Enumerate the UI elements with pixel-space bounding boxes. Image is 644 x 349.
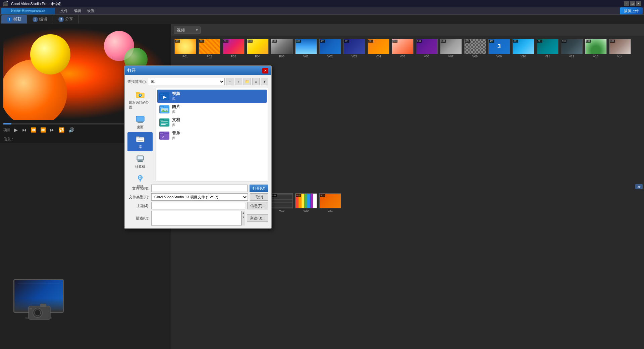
file-icon-image (159, 105, 169, 113)
svg-rect-16 (138, 140, 143, 141)
sidebar-desktop-label: 桌面 (137, 125, 144, 130)
dialog-toolbar: 查找范围(I): 库 ← ↑ 📁 ≡ ▼ (127, 78, 268, 85)
file-item-music[interactable]: ♪ 音乐 库 (157, 129, 267, 142)
file-info-video: 视频 库 (172, 91, 180, 101)
file-type-music: 库 (172, 136, 180, 141)
svg-rect-31 (160, 106, 164, 108)
dialog-fields: 文件名(N): 打开(O) 文件类型(T): Corel VideoStudio… (127, 185, 268, 226)
svg-rect-20 (138, 161, 143, 162)
open-file-dialog: 打开 ✕ 查找范围(I): 库 ← ↑ 📁 ≡ ▼ (124, 65, 272, 229)
sidebar-library[interactable]: 库 (127, 132, 153, 151)
file-name-music: 音乐 (172, 130, 180, 136)
file-item-document[interactable]: 文档 库 (157, 116, 267, 129)
desktop-svg (136, 115, 145, 123)
nav-up-button[interactable]: ↑ (235, 78, 242, 85)
file-icon-video (159, 92, 169, 100)
file-item-image[interactable]: 图片 库 (157, 103, 267, 116)
file-name-video: 视频 (172, 91, 180, 97)
nav-back-button[interactable]: ← (226, 78, 233, 85)
filetype-row: 文件类型(T): Corel VideoStudio 13 项目文件 (*.VS… (127, 193, 268, 201)
svg-rect-38 (161, 123, 168, 123)
image-folder-icon (159, 105, 169, 113)
desc-textarea[interactable] (151, 211, 241, 226)
library-icon (135, 134, 146, 144)
info-button[interactable]: 信息(F)... (247, 202, 268, 209)
file-type-video: 库 (172, 97, 180, 101)
svg-rect-18 (138, 156, 143, 159)
network-svg (136, 175, 145, 182)
network-icon (135, 174, 146, 183)
desktop-icon (135, 114, 146, 124)
filename-input[interactable] (151, 185, 248, 192)
file-name-document: 文档 (172, 117, 180, 123)
dialog-file-area: 视频 库 (156, 88, 268, 182)
dialog-sidebar: 最近访问的位置 桌面 (127, 88, 154, 182)
desc-label: 描述(C): (127, 216, 149, 221)
desc-scroll: ▲ ▼ (241, 211, 245, 226)
view-toggle-button[interactable]: ≡ (252, 78, 260, 85)
svg-rect-15 (138, 139, 143, 139)
scroll-down-arrow[interactable]: ▼ (241, 215, 246, 219)
svg-text:♪: ♪ (162, 134, 164, 139)
sidebar-recent[interactable]: 最近访问的位置 (127, 88, 153, 112)
recent-icon (135, 90, 146, 99)
sidebar-desktop[interactable]: 桌面 (127, 112, 153, 132)
location-dropdown[interactable]: 库 (148, 78, 225, 85)
sidebar-computer-label: 计算机 (135, 164, 145, 169)
cancel-button[interactable]: 取消 (250, 193, 268, 201)
desc-row: 描述(C): ▲ ▼ 浏览(B)... (127, 211, 268, 226)
location-dropdown-wrapper: 库 (148, 78, 225, 85)
svg-rect-28 (160, 93, 164, 95)
svg-rect-36 (160, 119, 164, 121)
file-type-document: 库 (172, 123, 180, 128)
svg-rect-14 (136, 137, 140, 138)
sidebar-recent-label: 最近访问的位置 (129, 100, 151, 110)
filename-row: 文件名(N): 打开(O) (127, 185, 268, 192)
dialog-overlay: 打开 ✕ 查找范围(I): 库 ← ↑ 📁 ≡ ▼ (0, 0, 644, 349)
dialog-close-button[interactable]: ✕ (262, 68, 268, 73)
theme-row: 主题(J): 信息(F)... (127, 202, 268, 209)
recent-folder-svg (136, 91, 145, 98)
svg-rect-12 (138, 122, 143, 123)
dialog-body: 查找范围(I): 库 ← ↑ 📁 ≡ ▼ (125, 75, 271, 228)
library-svg (136, 135, 145, 143)
computer-icon (135, 154, 146, 163)
file-info-image: 图片 库 (172, 104, 180, 114)
svg-rect-6 (136, 92, 140, 94)
computer-svg (136, 155, 145, 162)
file-info-document: 文档 库 (172, 117, 180, 128)
filename-dropdown-wrapper (151, 185, 248, 192)
svg-point-25 (140, 180, 141, 182)
theme-label: 主题(J): (127, 203, 149, 208)
filetype-dropdown-wrapper: Corel VideoStudio 13 项目文件 (*.VSP) (151, 193, 248, 201)
sidebar-library-label: 库 (139, 145, 142, 149)
file-item-video[interactable]: 视频 库 (157, 90, 267, 103)
filetype-select[interactable]: Corel VideoStudio 13 项目文件 (*.VSP) (151, 193, 248, 201)
location-label: 查找范围(I): (127, 79, 147, 84)
theme-input[interactable] (151, 202, 245, 209)
video-folder-icon (159, 92, 169, 100)
dialog-content: 最近访问的位置 桌面 (127, 88, 268, 182)
document-folder-icon (159, 118, 169, 127)
view-dropdown-button[interactable]: ▼ (261, 78, 268, 85)
dialog-title: 打开 (127, 68, 262, 73)
file-name-image: 图片 (172, 104, 180, 110)
scroll-up-arrow[interactable]: ▲ (241, 211, 246, 215)
music-folder-icon: ♪ (159, 132, 169, 140)
sidebar-computer[interactable]: 计算机 (127, 152, 153, 171)
file-icon-document (159, 118, 169, 127)
filetype-label: 文件类型(T): (127, 195, 149, 200)
new-folder-button[interactable]: 📁 (244, 78, 251, 85)
svg-rect-10 (136, 116, 144, 121)
browse-button[interactable]: 浏览(B)... (247, 214, 268, 222)
file-info-music: 音乐 库 (172, 130, 180, 141)
dialog-titlebar: 打开 ✕ (125, 66, 271, 75)
svg-rect-37 (161, 121, 168, 122)
desc-area: ▲ ▼ (151, 211, 245, 226)
file-type-image: 库 (172, 110, 180, 114)
open-button[interactable]: 打开(O) (250, 185, 268, 192)
file-icon-music: ♪ (159, 132, 169, 140)
filename-label: 文件名(N): (127, 186, 149, 191)
svg-rect-39 (161, 124, 166, 125)
